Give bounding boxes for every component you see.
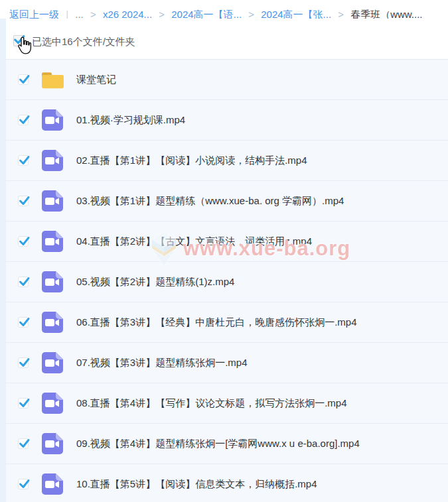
checkmark-icon xyxy=(18,397,31,409)
checkmark-icon xyxy=(18,235,31,247)
file-row[interactable]: 课堂笔记 xyxy=(6,60,448,100)
file-row[interactable]: 10.直播【第5讲】【阅读】信息类文本，归纳概括.mp4 xyxy=(6,464,448,502)
file-name[interactable]: 03.视频【第1讲】题型精练（www.xue-ba. org 学霸网）.mp4 xyxy=(76,195,344,208)
file-name[interactable]: 02.直播【第1讲】【阅读】小说阅读，结构手法.mp4 xyxy=(76,155,307,167)
file-row[interactable]: 05.视频【第2讲】题型精练(1)z.mp4 xyxy=(6,262,448,302)
file-row[interactable]: 08.直播【第4讲】【写作】议论文标题，拟写方法张炯一.mp4 xyxy=(6,383,448,424)
file-checkbox[interactable] xyxy=(18,277,29,287)
checkmark-icon xyxy=(18,154,31,166)
file-row[interactable]: 06.直播【第3讲】【经典】中唐杜元白，晚唐感伤怀张炯一.mp4 xyxy=(6,302,448,343)
file-row[interactable]: 01.视频·学习规划课.mp4 xyxy=(6,100,448,141)
file-row[interactable]: 07.视频【第3讲】题型精练张炯一.mp4 xyxy=(6,343,448,383)
video-file-icon xyxy=(40,431,65,456)
video-file-icon xyxy=(40,188,65,214)
video-file-icon xyxy=(40,229,65,254)
checkmark-icon xyxy=(18,477,31,490)
file-checkbox[interactable] xyxy=(18,479,29,489)
file-list: 课堂笔记 01.视频·学习规划课.mp4 xyxy=(6,60,448,502)
checkmark-icon xyxy=(18,275,31,288)
file-name[interactable]: 09.视频【第4讲】题型精练张炯一[学霸网www.x u e-ba.org].m… xyxy=(76,438,360,450)
checkmark-icon xyxy=(18,73,31,86)
file-row[interactable]: 03.视频【第1讲】题型精练（www.xue-ba. org 学霸网）.mp4 xyxy=(6,181,448,221)
file-checkbox[interactable] xyxy=(18,236,29,247)
video-file-icon xyxy=(40,269,65,294)
file-name[interactable]: 08.直播【第4讲】【写作】议论文标题，拟写方法张炯一.mp4 xyxy=(76,397,347,410)
file-checkbox[interactable] xyxy=(18,196,29,206)
checkmark-icon xyxy=(18,437,31,450)
selection-count-label: 已选中16个文件/文件夹 xyxy=(32,36,135,48)
file-checkbox[interactable] xyxy=(18,398,29,408)
file-checkbox[interactable] xyxy=(18,438,29,449)
file-name[interactable]: 课堂笔记 xyxy=(76,74,116,86)
video-file-icon xyxy=(40,471,65,497)
video-file-icon xyxy=(40,391,65,416)
file-row[interactable]: 02.直播【第1讲】【阅读】小说阅读，结构手法.mp4 xyxy=(6,141,448,181)
left-margin-strip xyxy=(0,19,6,502)
checkmark-icon xyxy=(18,194,31,207)
video-file-icon xyxy=(40,107,65,133)
selection-bar: 已选中16个文件/文件夹 xyxy=(6,19,448,60)
select-all-checkbox[interactable] xyxy=(13,35,25,46)
file-row[interactable]: 09.视频【第4讲】题型精练张炯一[学霸网www.x u e-ba.org].m… xyxy=(6,424,448,464)
checkmark-icon xyxy=(18,316,31,328)
file-name[interactable]: 07.视频【第3讲】题型精练张炯一.mp4 xyxy=(76,357,248,369)
file-checkbox[interactable] xyxy=(18,357,29,368)
file-checkbox[interactable] xyxy=(18,74,29,85)
folder-icon xyxy=(40,67,65,92)
checkmark-icon xyxy=(18,113,31,126)
file-checkbox[interactable] xyxy=(18,115,29,125)
file-checkbox[interactable] xyxy=(18,155,29,166)
file-name[interactable]: 06.直播【第3讲】【经典】中唐杜元白，晚唐感伤怀张炯一.mp4 xyxy=(76,316,357,329)
file-manager-page: 返回上一级 | ... > x26 2024... > 2024高一【语... … xyxy=(0,0,448,502)
file-checkbox[interactable] xyxy=(18,317,29,328)
video-file-icon xyxy=(40,350,65,375)
file-name[interactable]: 01.视频·学习规划课.mp4 xyxy=(76,114,185,127)
checkmark-icon xyxy=(13,33,26,46)
file-row[interactable]: 04.直播【第2讲】【古文】文言语法，词类活用z.mp4 xyxy=(6,221,448,262)
file-name[interactable]: 10.直播【第5讲】【阅读】信息类文本，归纳概括.mp4 xyxy=(76,478,317,491)
file-name[interactable]: 04.直播【第2讲】【古文】文言语法，词类活用z.mp4 xyxy=(76,235,312,248)
video-file-icon xyxy=(40,310,65,335)
file-name[interactable]: 05.视频【第2讲】题型精练(1)z.mp4 xyxy=(76,276,234,288)
checkmark-icon xyxy=(18,356,31,369)
video-file-icon xyxy=(40,148,65,173)
